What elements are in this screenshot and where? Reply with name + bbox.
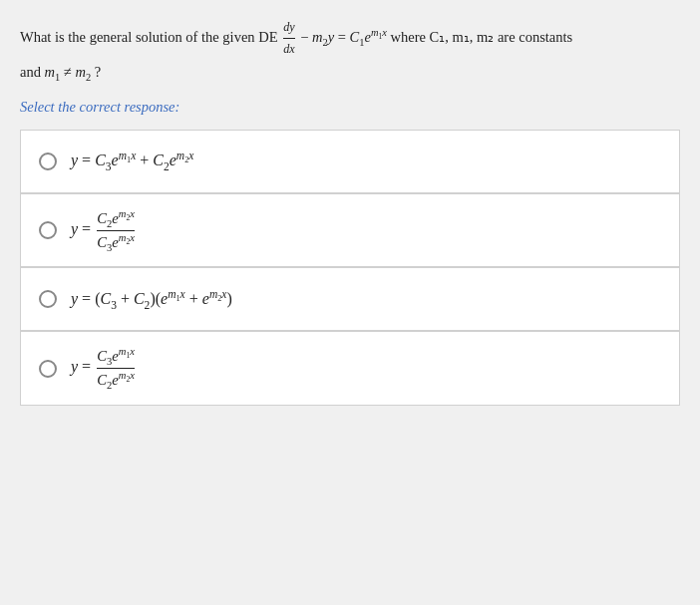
question-line1: What is the general solution of the give…: [20, 18, 680, 60]
question-line2: and m1 ≠ m2 ?: [20, 64, 680, 83]
question-container: What is the general solution of the give…: [20, 18, 680, 116]
dy-dx-fraction: dy dx: [283, 18, 294, 60]
question-suffix: where C₁, m₁, m₂ are constants: [390, 29, 572, 45]
option-B-content: y = C2em2x C3em2x: [71, 208, 137, 253]
radio-D[interactable]: [39, 360, 57, 378]
fraction-D: C3em1x C2em2x: [97, 346, 135, 391]
radio-A[interactable]: [39, 152, 57, 170]
radio-C[interactable]: [39, 290, 57, 308]
select-label: Select the correct response:: [20, 99, 680, 116]
option-C-content: y = (C3 + C2)(em1x + em2x): [71, 288, 232, 311]
option-B[interactable]: y = C2em2x C3em2x: [20, 193, 680, 268]
option-D[interactable]: y = C3em1x C2em2x: [20, 331, 680, 406]
option-C[interactable]: y = (C3 + C2)(em1x + em2x): [20, 267, 680, 331]
option-A-content: y = C3em1x + C2em2x: [71, 150, 193, 172]
fraction-B: C2em2x C3em2x: [97, 208, 135, 253]
option-D-content: y = C3em1x C2em2x: [71, 346, 137, 391]
options-container: y = C3em1x + C2em2x y = C2em2x C3em2x y …: [20, 130, 680, 406]
option-A[interactable]: y = C3em1x + C2em2x: [20, 130, 680, 193]
radio-B[interactable]: [39, 221, 57, 239]
